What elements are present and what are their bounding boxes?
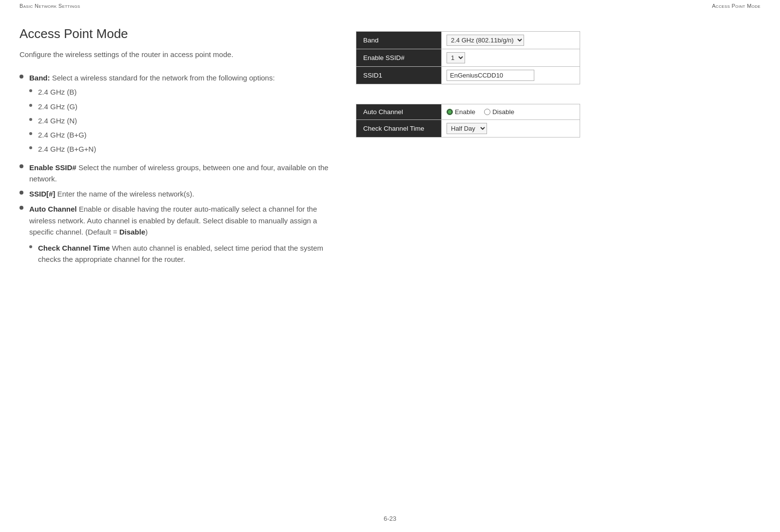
enable-ssid-select[interactable]: 1 2 3 4 (447, 52, 465, 63)
auto-channel-settings-table: Auto Channel Enable Disable (356, 104, 580, 138)
list-item-band-b: 2.4 GHz (B) (29, 86, 275, 98)
table-row-auto-channel: Auto Channel Enable Disable (356, 104, 580, 120)
list-item-ssid-num: Enable SSID# Select the number of wirele… (20, 162, 336, 185)
ssid-num-label: Enable SSID# (29, 163, 77, 172)
auto-channel-disable-radio[interactable] (484, 109, 490, 115)
bottom-table-wrap: Auto Channel Enable Disable (356, 104, 580, 138)
bullet-dot-band (20, 75, 23, 79)
list-item-auto-channel: Auto Channel Enable or disable having th… (20, 203, 336, 268)
list-item-band-g: 2.4 GHz (G) (29, 101, 275, 112)
band-b-text: 2.4 GHz (B) (38, 86, 77, 98)
auto-channel-disable-text: Disable (492, 108, 514, 116)
auto-channel-radio-group: Enable Disable (447, 108, 575, 116)
ssid-text: Enter the name of the wireless network(s… (58, 190, 195, 198)
auto-channel-enable-label[interactable]: Enable (447, 108, 475, 116)
table-row-enable-ssid: Enable SSID# 1 2 3 4 (356, 49, 580, 67)
ssid1-row-value (442, 67, 580, 84)
auto-channel-default: Disable (119, 228, 145, 236)
check-channel-time-select[interactable]: Half Day 1 Hour 6 Hours 12 Hours 1 Day (447, 123, 487, 134)
list-item-band-n: 2.4 GHz (N) (29, 115, 275, 126)
band-content: Band: Select a wireless standard for the… (29, 72, 275, 158)
band-text: Select a wireless standard for the netwo… (52, 74, 275, 82)
bullet-dot-band-bg (29, 132, 32, 135)
header-left: Basic Network Settings (20, 3, 80, 9)
top-table-wrap: Band 2.4 GHz (802.11b/g/n) 2.4 GHz (802.… (356, 31, 580, 84)
auto-channel-enable-text: Enable (455, 108, 475, 116)
auto-channel-row-label: Auto Channel (356, 104, 442, 120)
ssid1-row-label: SSID1 (356, 67, 442, 84)
bullet-dot-band-n (29, 118, 32, 121)
left-column: Access Point Mode Configure the wireless… (20, 26, 336, 272)
list-item-ssid: SSID[#] Enter the name of the wireless n… (20, 188, 336, 199)
check-channel-label: Check Channel Time (38, 244, 110, 252)
table-row-ssid1: SSID1 (356, 67, 580, 84)
bullet-dot-auto-channel (20, 206, 23, 210)
header-right: Access Point Mode (712, 3, 760, 9)
auto-channel-row-value: Enable Disable (442, 104, 580, 120)
auto-channel-paren: ) (145, 228, 148, 236)
band-row-label: Band (356, 32, 442, 49)
band-settings-table: Band 2.4 GHz (802.11b/g/n) 2.4 GHz (802.… (356, 31, 580, 84)
band-label: Band: (29, 74, 50, 82)
check-channel-content: Check Channel Time When auto channel is … (38, 242, 336, 265)
bullet-dot-check-channel (29, 245, 32, 248)
ssid1-input[interactable] (447, 70, 534, 81)
page-footer: 6-23 (0, 515, 780, 522)
ssid-label: SSID[#] (29, 190, 55, 198)
bullet-dot-ssid-num (20, 164, 23, 168)
band-g-text: 2.4 GHz (G) (38, 101, 78, 112)
band-bg-text: 2.4 GHz (B+G) (38, 129, 87, 140)
enable-ssid-row-value: 1 2 3 4 (442, 49, 580, 67)
check-channel-time-row-label: Check Channel Time (356, 120, 442, 138)
auto-channel-enable-radio[interactable] (447, 109, 453, 115)
band-n-text: 2.4 GHz (N) (38, 115, 77, 126)
bullet-dot-band-g (29, 104, 32, 107)
auto-channel-label: Auto Channel (29, 205, 77, 213)
table-row-check-channel-time: Check Channel Time Half Day 1 Hour 6 Hou… (356, 120, 580, 138)
intro-text: Configure the wireless settings of the r… (20, 50, 336, 59)
bullet-dot-band-bgn (29, 146, 32, 149)
check-channel-time-row-value: Half Day 1 Hour 6 Hours 12 Hours 1 Day (442, 120, 580, 138)
page-header: Basic Network Settings Access Point Mode (0, 0, 780, 12)
band-select[interactable]: 2.4 GHz (802.11b/g/n) 2.4 GHz (802.11b) … (447, 35, 524, 46)
table-row-band: Band 2.4 GHz (802.11b/g/n) 2.4 GHz (802.… (356, 32, 580, 49)
main-bullet-list: Band: Select a wireless standard for the… (20, 72, 336, 268)
content-area: Access Point Mode Configure the wireless… (0, 12, 780, 272)
band-sub-list: 2.4 GHz (B) 2.4 GHz (G) 2.4 GHz (N) (29, 86, 275, 155)
list-item-band-bgn: 2.4 GHz (B+G+N) (29, 143, 275, 155)
auto-channel-content: Auto Channel Enable or disable having th… (29, 203, 336, 268)
band-row-value: 2.4 GHz (802.11b/g/n) 2.4 GHz (802.11b) … (442, 32, 580, 49)
bullet-dot-ssid (20, 191, 23, 195)
ssid-num-content: Enable SSID# Select the number of wirele… (29, 162, 336, 185)
page-title: Access Point Mode (20, 26, 336, 41)
bullet-dot-band-b (29, 89, 32, 92)
enable-ssid-row-label: Enable SSID# (356, 49, 442, 67)
auto-channel-sub-list: Check Channel Time When auto channel is … (29, 242, 336, 265)
page-number: 6-23 (384, 515, 396, 522)
band-bgn-text: 2.4 GHz (B+G+N) (38, 143, 96, 155)
auto-channel-disable-label[interactable]: Disable (484, 108, 514, 116)
list-item-check-channel: Check Channel Time When auto channel is … (29, 242, 336, 265)
right-column: Band 2.4 GHz (802.11b/g/n) 2.4 GHz (802.… (356, 26, 580, 272)
ssid-content: SSID[#] Enter the name of the wireless n… (29, 188, 194, 199)
list-item-band-bg: 2.4 GHz (B+G) (29, 129, 275, 140)
list-item-band: Band: Select a wireless standard for the… (20, 72, 336, 158)
